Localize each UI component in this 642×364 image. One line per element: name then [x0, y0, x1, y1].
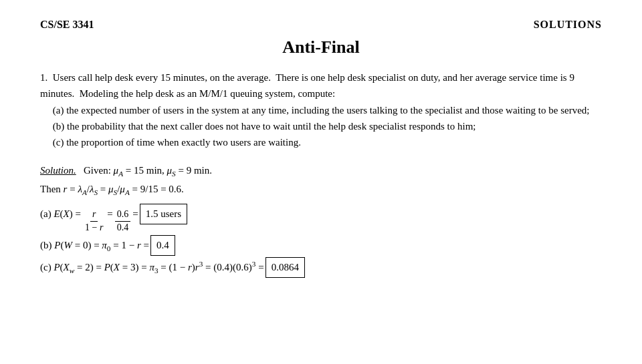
- solution-given: Solution. Given: μA = 15 min, μS = 9 min…: [40, 162, 602, 180]
- r-line: Then r = λA/λS = μS/μA = 9/15 = 0.6.: [40, 181, 602, 199]
- solution-section: Solution. Given: μA = 15 min, μS = 9 min…: [40, 162, 602, 278]
- part-b-label: (b): [40, 236, 54, 254]
- part-a-answer: 1.5 users: [140, 204, 187, 224]
- part-c-answer: 0.0864: [265, 257, 305, 278]
- part-b-line: (b) P(W = 0) = π0 = 1 − r = 0.4: [40, 235, 602, 256]
- parts-block: (a) E(X) = r 1 − r = 0.6 0.4 = 1.5 users…: [40, 204, 602, 277]
- solutions-label: SOLUTIONS: [534, 19, 602, 31]
- part-a-fraction2: 0.6 0.4: [115, 208, 131, 233]
- part-a-line: (a) E(X) = r 1 − r = 0.6 0.4 = 1.5 users: [40, 204, 602, 233]
- part-c-expr: P(Xw = 2) = P(X = 3) = π3 = (1 − r)r3 = …: [54, 257, 263, 277]
- part-a-expr: E(X) =: [54, 205, 81, 223]
- problem-sentence1: Users call help desk every 15 minutes, o…: [53, 72, 271, 83]
- problem-part-c-text: (c) the proportion of time when exactly …: [40, 137, 301, 148]
- part-a-eq1: =: [107, 205, 112, 223]
- part-b-expr: P(W = 0) = π0 = 1 − r =: [54, 236, 149, 255]
- part-c-line: (c) P(Xw = 2) = P(X = 3) = π3 = (1 − r)r…: [40, 257, 602, 278]
- r-text: Then r = λA/λS = μS/μA = 9/15 = 0.6.: [40, 184, 184, 194]
- header: CS/SE 3341 SOLUTIONS: [40, 19, 602, 31]
- part-a-eq2: =: [132, 205, 138, 223]
- part-c-label: (c): [40, 258, 54, 277]
- part-a-label: (a): [40, 205, 54, 223]
- problem-statement: 1. Users call help desk every 15 minutes…: [40, 69, 602, 150]
- problem-part-b-text: (b) the probability that the next caller…: [40, 121, 476, 132]
- problem-number: 1.: [40, 72, 50, 83]
- part-a-fraction: r 1 − r: [83, 208, 105, 233]
- fraction-numerator: r: [90, 208, 98, 221]
- solution-label: Solution.: [40, 165, 76, 176]
- fraction2-denominator: 0.4: [115, 222, 131, 234]
- course-id: CS/SE 3341: [40, 19, 94, 31]
- fraction-denominator: 1 − r: [83, 222, 105, 234]
- page-title: Anti-Final: [40, 37, 602, 57]
- given-text: Given: μA = 15 min, μS = 9 min.: [84, 165, 212, 176]
- problem-part-a-text: (a) the expected number of users in the …: [40, 105, 589, 116]
- problem-sentence3: Modeling the help desk as an M/M/1 queui…: [77, 88, 335, 99]
- part-b-answer: 0.4: [150, 235, 175, 256]
- page: CS/SE 3341 SOLUTIONS Anti-Final 1. Users…: [0, 0, 642, 364]
- fraction2-numerator: 0.6: [115, 208, 131, 221]
